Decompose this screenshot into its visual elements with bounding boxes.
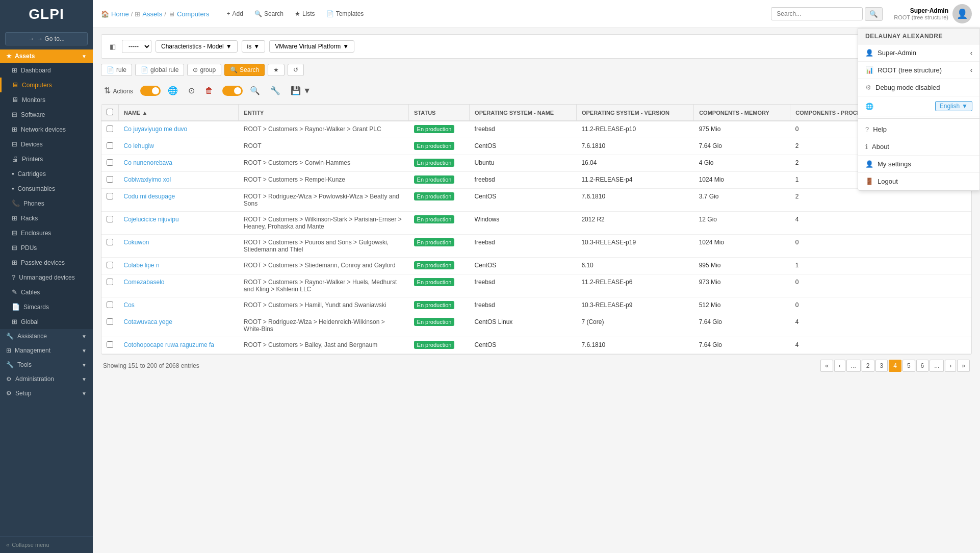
top-search-submit[interactable]: 🔍 <box>865 7 883 21</box>
sidebar-item-devices[interactable]: ⊟ Devices <box>0 137 93 152</box>
row-name-8[interactable]: Comezabaselo <box>119 274 239 297</box>
search-button[interactable]: 🔍 Search <box>251 9 287 19</box>
sidebar-item-network-devices[interactable]: ⊞ Network devices <box>0 122 93 137</box>
rule-button[interactable]: 📄 rule <box>101 64 132 76</box>
breadcrumb-assets[interactable]: Assets <box>142 10 162 18</box>
page-2-button[interactable]: 2 <box>862 360 874 372</box>
row-checkbox-9[interactable] <box>101 297 119 314</box>
sidebar-item-printers[interactable]: 🖨 Printers <box>0 152 93 166</box>
row-checkbox-7[interactable] <box>101 258 119 274</box>
col-memory[interactable]: COMPONENTS - MEMORY <box>694 105 790 121</box>
filter-operator-select[interactable]: ----- <box>122 40 151 53</box>
sidebar-item-global[interactable]: ⊞ Global <box>0 314 93 329</box>
circle-icon-button[interactable]: ⊙ <box>185 84 198 97</box>
row-name-3[interactable]: Cobiwaxiyimo xol <box>119 172 239 189</box>
col-os-name[interactable]: OPERATING SYSTEM - NAME <box>470 105 577 121</box>
page-prev-button[interactable]: ‹ <box>834 360 845 372</box>
page-last-button[interactable]: » <box>957 360 970 372</box>
sidebar-item-pdus[interactable]: ⊟ PDUs <box>0 240 93 255</box>
sidebar-item-consumables[interactable]: ▪ Consumables <box>0 181 93 196</box>
toggle-switch-2[interactable] <box>222 86 243 96</box>
sidebar-item-tools[interactable]: 🔧 Tools ▼ <box>0 358 93 372</box>
page-3-button[interactable]: 3 <box>875 360 888 372</box>
dropdown-my-settings[interactable]: 👤 My settings <box>858 156 979 173</box>
global-rule-button[interactable]: 📄 global rule <box>135 64 184 76</box>
add-button[interactable]: + Add <box>224 9 246 19</box>
sidebar-item-cables[interactable]: ✎ Cables <box>0 285 93 299</box>
row-checkbox-5[interactable] <box>101 212 119 235</box>
sidebar-item-unmanaged-devices[interactable]: ? Unmanaged devices <box>0 270 93 285</box>
globe-icon-button[interactable]: 🌐 <box>165 84 181 97</box>
sidebar-item-cartridges[interactable]: ▪ Cartridges <box>0 166 93 181</box>
user-area[interactable]: Super-Admin ROOT (tree structure) 👤 <box>894 4 972 23</box>
page-next-button[interactable]: › <box>945 360 956 372</box>
row-name-7[interactable]: Colabe lipe n <box>119 258 239 274</box>
row-name-1[interactable]: Co lehugiw <box>119 138 239 155</box>
dropdown-help[interactable]: ? Help <box>858 121 979 138</box>
row-name-4[interactable]: Codu mi desupage <box>119 189 239 212</box>
sidebar-item-passive-devices[interactable]: ⊞ Passive devices <box>0 255 93 270</box>
row-name-5[interactable]: Cojelucicice nijuvipu <box>119 212 239 235</box>
row-checkbox-6[interactable] <box>101 235 119 258</box>
reset-button[interactable]: ↺ <box>288 64 304 76</box>
bookmark-button[interactable]: ★ <box>268 64 285 76</box>
select-all-checkbox[interactable] <box>107 109 113 115</box>
sidebar-item-racks[interactable]: ⊞ Racks <box>0 211 93 225</box>
sidebar-item-phones[interactable]: 📞 Phones <box>0 196 93 211</box>
filter-field-button[interactable]: Characteristics - Model ▼ <box>156 40 238 53</box>
page-first-button[interactable]: « <box>820 360 833 372</box>
search-toolbar-button[interactable]: 🔍 <box>247 84 263 97</box>
row-checkbox-10[interactable] <box>101 314 119 337</box>
sidebar-item-setup[interactable]: ⚙ Setup ▼ <box>0 386 93 400</box>
sidebar-item-enclosures[interactable]: ⊟ Enclosures <box>0 225 93 240</box>
col-entity[interactable]: ENTITY <box>239 105 409 121</box>
col-os-version[interactable]: OPERATING SYSTEM - VERSION <box>576 105 693 121</box>
goto-button[interactable]: → → Go to... <box>5 32 88 45</box>
dropdown-root-structure[interactable]: 📊 ROOT (tree structure) ‹ <box>858 62 979 79</box>
collapse-menu-button[interactable]: « Collapse menu <box>0 536 93 553</box>
wrench-icon-button[interactable]: 🔧 <box>267 84 283 97</box>
dropdown-super-admin[interactable]: 👤 Super-Admin ‹ <box>858 44 979 62</box>
page-4-button[interactable]: 4 <box>889 360 901 372</box>
sidebar-item-simcards[interactable]: 📄 Simcards <box>0 299 93 314</box>
page-5-button[interactable]: 5 <box>902 360 915 372</box>
row-name-0[interactable]: Co juyaviyugo me duvo <box>119 121 239 138</box>
row-name-11[interactable]: Cotohopocape ruwa raguzume fa <box>119 337 239 354</box>
row-checkbox-11[interactable] <box>101 337 119 354</box>
sidebar-item-assistance[interactable]: 🔧 Assistance ▼ <box>0 329 93 343</box>
col-name[interactable]: NAME ▲ <box>119 105 239 121</box>
row-name-6[interactable]: Cokuwon <box>119 235 239 258</box>
dropdown-about[interactable]: ℹ About <box>858 138 979 156</box>
top-search-input[interactable] <box>771 7 863 20</box>
row-checkbox-3[interactable] <box>101 172 119 189</box>
assets-section-header[interactable]: ★ Assets ▼ <box>0 49 93 63</box>
row-checkbox-2[interactable] <box>101 155 119 172</box>
dropdown-debug-mode[interactable]: ⚙ Debug mode disabled <box>858 79 979 96</box>
sidebar-item-monitors[interactable]: 🖥 Monitors <box>0 92 93 107</box>
filter-collapse-button[interactable]: ◧ <box>108 41 118 53</box>
row-checkbox-8[interactable] <box>101 274 119 297</box>
actions-button[interactable]: ⇅ Actions <box>101 84 136 97</box>
breadcrumb-computers[interactable]: Computers <box>177 10 210 18</box>
sidebar-item-administration[interactable]: ⚙ Administration ▼ <box>0 372 93 386</box>
export-icon-button[interactable]: 💾 ▼ <box>288 84 314 97</box>
col-status[interactable]: STATUS <box>409 105 470 121</box>
breadcrumb-home[interactable]: Home <box>111 10 129 18</box>
filter-value-button[interactable]: VMware Virtual Platform ▼ <box>269 40 354 53</box>
dropdown-logout[interactable]: 🚪 Logout <box>858 173 979 190</box>
filter-condition-button[interactable]: is ▼ <box>242 40 266 53</box>
lists-button[interactable]: ★ Lists <box>292 9 318 19</box>
search-action-button[interactable]: 🔍 Search <box>224 64 265 76</box>
row-checkbox-0[interactable] <box>101 121 119 138</box>
page-6-button[interactable]: 6 <box>916 360 929 372</box>
group-button[interactable]: ⊙ group <box>187 64 221 76</box>
row-name-9[interactable]: Cos <box>119 297 239 314</box>
sidebar-item-management[interactable]: ⊞ Management ▼ <box>0 343 93 358</box>
row-checkbox-1[interactable] <box>101 138 119 155</box>
delete-icon-button[interactable]: 🗑 <box>202 85 216 97</box>
sidebar-item-software[interactable]: ⊟ Software <box>0 107 93 122</box>
sidebar-item-computers[interactable]: 🖥 Computers <box>0 78 93 92</box>
row-name-2[interactable]: Co nunenorebava <box>119 155 239 172</box>
dropdown-language[interactable]: 🌐 English ▼ <box>858 96 979 116</box>
sidebar-item-dashboard[interactable]: ⊞ Dashboard <box>0 63 93 78</box>
